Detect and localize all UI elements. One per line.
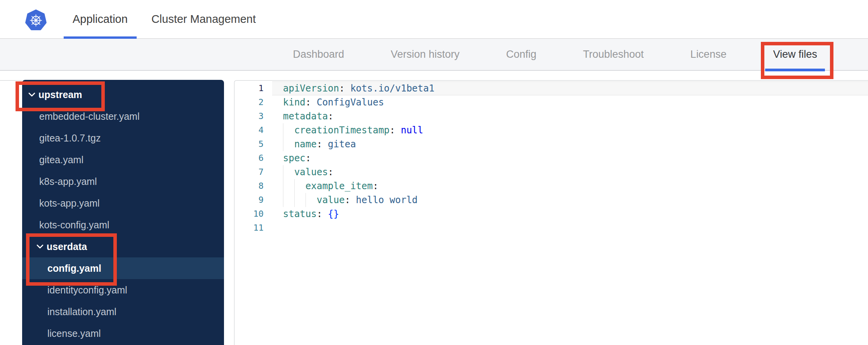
- code-line-2[interactable]: 2kind: ConfigValues: [234, 95, 868, 109]
- chevron-down-icon: [36, 244, 43, 249]
- tree-item-label: userdata: [47, 241, 87, 252]
- code-token: apiVersion: [283, 83, 339, 94]
- tree-file-config-yaml[interactable]: config.yaml: [22, 257, 224, 279]
- tree-folder-userdata[interactable]: userdata: [22, 236, 224, 257]
- tree-file-gitea-1-0-7-tgz[interactable]: gitea-1.0.7.tgz: [22, 127, 224, 149]
- code-token: :: [373, 181, 378, 191]
- code-line-11[interactable]: 11: [234, 221, 868, 235]
- code-token: [322, 209, 328, 219]
- app-header: Application Cluster Management: [0, 0, 868, 39]
- code-token: null: [401, 125, 423, 136]
- code-line-9[interactable]: 9 value: hello world: [234, 193, 868, 207]
- code-token: spec: [283, 153, 306, 164]
- code-line-6[interactable]: 6spec:: [234, 151, 868, 165]
- code-line-5[interactable]: 5 name: gitea: [234, 137, 868, 151]
- subnav-tab-version-history[interactable]: Version history: [391, 39, 460, 70]
- line-number: 7: [234, 165, 272, 179]
- tree-file-k8s-app-yaml[interactable]: k8s-app.yaml: [22, 171, 224, 192]
- indent-guide: [283, 123, 283, 137]
- code-text: status: {}: [272, 207, 868, 221]
- header-tab-application[interactable]: Application: [73, 0, 128, 38]
- kubernetes-logo-icon: [25, 9, 47, 31]
- indent-guide: [283, 137, 283, 151]
- code-token: [322, 139, 328, 150]
- code-editor-panel[interactable]: 1apiVersion: kots.io/v1beta12kind: Confi…: [234, 80, 868, 345]
- code-token: creationTimestamp: [294, 125, 390, 136]
- code-token: [311, 97, 316, 108]
- code-token: [350, 195, 356, 205]
- subnav-tab-view-files[interactable]: View files: [773, 39, 817, 70]
- indent-guide: [283, 193, 283, 207]
- code-token: :: [306, 97, 311, 108]
- subnav-tab-dashboard[interactable]: Dashboard: [293, 39, 344, 70]
- code-line-10[interactable]: 10status: {}: [234, 207, 868, 221]
- code-token: [395, 125, 401, 136]
- line-number: 1: [234, 81, 272, 95]
- tree-file-identityconfig-yaml[interactable]: identityconfig.yaml: [22, 279, 224, 301]
- view-files-annotation-box: [761, 42, 833, 79]
- tree-file-gitea-yaml[interactable]: gitea.yaml: [22, 149, 224, 171]
- code-token: [283, 167, 294, 178]
- line-number: 8: [234, 179, 272, 193]
- code-token: values: [294, 167, 328, 178]
- code-token: :: [306, 153, 311, 164]
- line-number: 9: [234, 193, 272, 207]
- code-line-8[interactable]: 8 example_item:: [234, 179, 868, 193]
- code-token: hello world: [356, 195, 418, 205]
- line-number: 2: [234, 95, 272, 109]
- chevron-down-icon: [28, 92, 35, 97]
- subnav-tab-license[interactable]: License: [690, 39, 726, 70]
- indent-guide: [294, 193, 295, 207]
- tree-item-label: config.yaml: [47, 263, 101, 274]
- tree-file-installation-yaml[interactable]: installation.yaml: [22, 301, 224, 323]
- content-top-border: [0, 80, 22, 81]
- tree-file-license-yaml[interactable]: license.yaml: [22, 323, 224, 344]
- tree-item-label: kots-config.yaml: [39, 219, 109, 231]
- tree-item-label: k8s-app.yaml: [39, 176, 97, 187]
- subnav-tab-label: Troubleshoot: [583, 48, 644, 60]
- tree-file-kots-app-yaml[interactable]: kots-app.yaml: [22, 192, 224, 214]
- active-subnav-underline: [765, 69, 825, 71]
- code-text: metadata:: [272, 109, 868, 123]
- code-line-3[interactable]: 3metadata:: [234, 109, 868, 123]
- code-text: creationTimestamp: null: [272, 123, 868, 137]
- code-token: :: [390, 125, 395, 136]
- line-number: 6: [234, 151, 272, 165]
- code-token: :: [328, 111, 333, 122]
- code-token: [345, 83, 350, 94]
- code-line-1[interactable]: 1apiVersion: kots.io/v1beta1: [234, 81, 868, 95]
- subnav-tab-config[interactable]: Config: [506, 39, 536, 70]
- tree-item-label: identityconfig.yaml: [47, 285, 127, 296]
- code-text: name: gitea: [272, 137, 868, 151]
- tree-file-embedded-cluster-yaml[interactable]: embedded-cluster.yaml: [22, 105, 224, 127]
- subnav-tab-troubleshoot[interactable]: Troubleshoot: [583, 39, 644, 70]
- code-token: kind: [283, 97, 306, 108]
- header-tab-cluster-management-label: Cluster Management: [151, 13, 256, 26]
- tree-item-label: installation.yaml: [47, 306, 116, 317]
- code-line-7[interactable]: 7 values:: [234, 165, 868, 179]
- code-token: kots.io/v1beta1: [350, 83, 434, 94]
- indent-guide: [283, 165, 283, 179]
- tree-file-kots-config-yaml[interactable]: kots-config.yaml: [22, 214, 224, 236]
- code-token: [283, 195, 317, 205]
- indent-guide: [294, 179, 295, 193]
- tree-item-label: gitea.yaml: [39, 154, 83, 166]
- tree-folder-upstream[interactable]: upstream: [22, 84, 224, 105]
- subnav-tab-label: View files: [773, 48, 817, 60]
- code-token: gitea: [328, 139, 356, 150]
- code-token: status: [283, 209, 317, 219]
- code-text: [272, 221, 868, 235]
- code-token: :: [317, 209, 322, 219]
- code-token: example_item: [306, 181, 373, 191]
- code-token: :: [317, 139, 322, 150]
- indent-guide: [306, 193, 306, 207]
- code-token: [283, 125, 294, 136]
- code-text: kind: ConfigValues: [272, 95, 868, 109]
- code-token: :: [328, 167, 333, 178]
- code-line-4[interactable]: 4 creationTimestamp: null: [234, 123, 868, 137]
- line-number: 5: [234, 137, 272, 151]
- header-tab-cluster-management[interactable]: Cluster Management: [151, 0, 256, 38]
- code-token: name: [294, 139, 317, 150]
- subnav-tab-label: Dashboard: [293, 48, 344, 60]
- subnav: DashboardVersion historyConfigTroublesho…: [0, 39, 868, 71]
